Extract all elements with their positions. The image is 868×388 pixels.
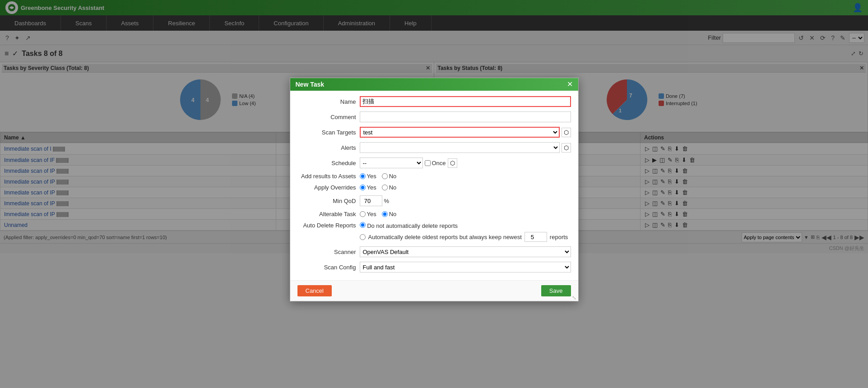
scan-config-label: Scan Config [297, 264, 356, 271]
scanner-select[interactable]: OpenVAS Default [360, 246, 571, 257]
form-row-scan-targets: Scan Targets test ⬡ [297, 127, 571, 138]
apply-overrides-yes-option[interactable]: Yes [360, 184, 376, 191]
dialog-close-button[interactable]: ✕ [567, 81, 573, 88]
once-label[interactable]: Once [425, 160, 446, 166]
scan-config-select[interactable]: Full and fast [360, 262, 571, 273]
cancel-button[interactable]: Cancel [297, 285, 332, 296]
form-row-min-qod: Min QoD % [297, 195, 571, 206]
apply-overrides-no-option[interactable]: No [382, 184, 397, 191]
alerts-new-button[interactable]: ⬡ [562, 143, 571, 152]
alterable-radio-group: Yes No [360, 211, 397, 217]
form-row-auto-delete: Auto Delete Reports Do not automatically… [297, 222, 571, 242]
alerts-select[interactable] [360, 142, 560, 153]
min-qod-group: % [360, 195, 390, 206]
add-results-no-option[interactable]: No [382, 173, 397, 180]
auto-delete-count-input[interactable] [525, 232, 547, 242]
alterable-no-option[interactable]: No [382, 211, 397, 217]
dialog-title: New Task [296, 81, 325, 88]
min-qod-label: Min QoD [297, 198, 356, 204]
form-row-alerts: Alerts ⬡ [297, 142, 571, 153]
form-row-scan-config: Scan Config Full and fast [297, 262, 571, 273]
scan-targets-select[interactable]: test [360, 127, 560, 138]
new-task-dialog: New Task ✕ Name Comment Scan Targets tes… [290, 78, 579, 301]
form-row-name: Name [297, 96, 571, 107]
form-row-schedule: Schedule -- Once ⬡ [297, 157, 571, 168]
once-checkbox[interactable] [425, 160, 431, 166]
apply-overrides-radio-group: Yes No [360, 184, 397, 191]
alerts-label: Alerts [297, 144, 356, 151]
once-text: Once [432, 160, 446, 166]
auto-delete-yes-text: Automatically delete oldest reports but … [368, 234, 522, 240]
schedule-label: Schedule [297, 160, 356, 166]
min-qod-unit: % [384, 198, 390, 204]
add-results-label: Add results to Assets [297, 173, 356, 180]
save-button[interactable]: Save [541, 285, 571, 296]
scan-targets-label: Scan Targets [297, 129, 356, 136]
alterable-label: Alterable Task [297, 211, 356, 217]
add-results-yes-option[interactable]: Yes [360, 173, 376, 180]
form-row-alterable: Alterable Task Yes No [297, 211, 571, 217]
form-row-scanner: Scanner OpenVAS Default [297, 246, 571, 257]
schedule-select[interactable]: -- [360, 157, 423, 168]
form-row-comment: Comment [297, 111, 571, 122]
resize-handle[interactable]: ⤡ [572, 295, 578, 301]
name-input[interactable] [360, 96, 571, 107]
reports-unit: reports [550, 234, 568, 240]
alterable-yes-option[interactable]: Yes [360, 211, 376, 217]
form-row-add-results: Add results to Assets Yes No [297, 173, 571, 180]
apply-overrides-label: Apply Overrides [297, 184, 356, 191]
auto-delete-yes-option[interactable]: Automatically delete oldest reports but … [360, 232, 568, 242]
add-results-radio-group: Yes No [360, 173, 397, 180]
dialog-footer: Cancel Save [290, 280, 578, 301]
auto-delete-label: Auto Delete Reports [297, 222, 356, 229]
auto-delete-group: Do not automatically delete reports Auto… [360, 222, 568, 242]
form-row-apply-overrides: Apply Overrides Yes No [297, 184, 571, 191]
auto-delete-no-text: Do not automatically delete reports [367, 222, 458, 229]
comment-input[interactable] [360, 111, 571, 122]
schedule-new-button[interactable]: ⬡ [448, 158, 457, 168]
min-qod-input[interactable] [360, 195, 382, 206]
comment-label: Comment [297, 114, 356, 120]
name-label: Name [297, 98, 356, 105]
dialog-body: Name Comment Scan Targets test ⬡ Alerts [290, 91, 578, 280]
scan-targets-new-button[interactable]: ⬡ [562, 128, 571, 137]
scanner-label: Scanner [297, 249, 356, 255]
auto-delete-no-option[interactable]: Do not automatically delete reports [360, 222, 458, 229]
dialog-header: New Task ✕ [290, 78, 578, 91]
